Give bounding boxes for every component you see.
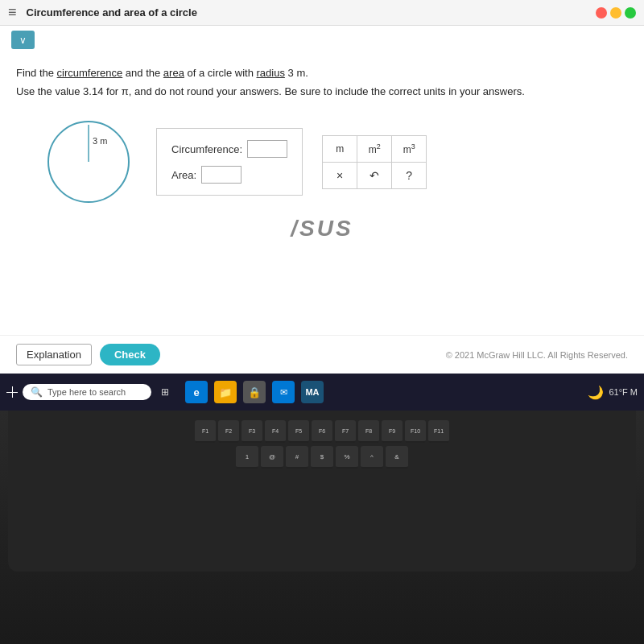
explanation-button[interactable]: Explanation [16, 344, 92, 365]
minimize-button[interactable] [610, 7, 621, 19]
circle-svg: 3 m [40, 114, 137, 210]
area-underline: area [163, 67, 184, 79]
weather-icon: 🌙 [588, 385, 604, 400]
key-f4[interactable]: F4 [265, 420, 286, 443]
circumference-label: Circumference: [171, 143, 242, 155]
units-bottom-row: × ↶ ? [323, 163, 426, 188]
circumference-row: Circumference: [171, 140, 287, 158]
task-view-icon[interactable]: ⊞ [156, 383, 174, 401]
mail-icon[interactable]: ✉ [272, 381, 295, 403]
file-explorer-icon[interactable]: 📁 [214, 381, 237, 403]
problem-line2: Use the value 3.14 for π, and do not rou… [16, 85, 628, 97]
radius-underline: radius [257, 67, 285, 79]
key-1[interactable]: 1 [236, 446, 258, 469]
circumference-underline: circumference [57, 67, 123, 79]
dropdown-bar: ∨ [0, 26, 644, 54]
check-button[interactable]: Check [100, 344, 160, 365]
weather-text: 61°F M [609, 387, 638, 397]
key-dollar[interactable]: $ [311, 446, 333, 469]
edge-icon[interactable]: e [185, 381, 208, 403]
footer-area: Explanation Check © 2021 McGraw Hill LLC… [0, 335, 644, 374]
undo-button[interactable]: ↶ [357, 163, 392, 188]
key-f10[interactable]: F10 [405, 420, 426, 443]
area-input[interactable] [201, 166, 242, 184]
key-percent[interactable]: % [336, 446, 358, 469]
key-hash[interactable]: # [286, 446, 308, 469]
key-f1[interactable]: F1 [195, 420, 216, 443]
help-button[interactable]: ? [392, 163, 426, 188]
key-f8[interactable]: F8 [358, 420, 379, 443]
app-window: ≡ Circumference and area of a circle ∨ F… [0, 0, 644, 411]
svg-text:3 m: 3 m [93, 136, 107, 146]
close-button[interactable] [596, 7, 607, 19]
maximize-button[interactable] [625, 7, 636, 19]
dropdown-button[interactable]: ∨ [11, 31, 35, 49]
key-f9[interactable]: F9 [382, 420, 402, 443]
number-key-row: 1 @ # $ % ^ & [14, 446, 630, 469]
page-title: Circumference and area of a circle [27, 6, 596, 19]
taskbar: 🔍 Type here to search ⊞ e 📁 🔒 ✉ MA 🌙 61°… [0, 374, 644, 411]
window-controls [596, 7, 636, 19]
problem-line1: Find the circumference and the area of a… [16, 67, 628, 79]
key-at[interactable]: @ [261, 446, 283, 469]
key-f7[interactable]: F7 [335, 420, 356, 443]
search-input[interactable]: Type here to search [47, 387, 126, 397]
content-area: Find the circumference and the area of a… [0, 54, 644, 223]
area-row: Area: [171, 166, 287, 184]
taskbar-apps: e 📁 🔒 ✉ MA [185, 381, 324, 403]
key-f11[interactable]: F11 [428, 420, 449, 443]
taskbar-right: 🌙 61°F M [588, 385, 638, 400]
hamburger-icon[interactable]: ≡ [8, 4, 17, 21]
search-bar: 🔍 Type here to search [23, 384, 151, 400]
laptop-frame: /SUS F1 F2 F3 F4 F5 F6 F7 F8 F9 F10 F11 … [0, 411, 644, 644]
copyright-text: © 2021 McGraw Hill LLC. All Rights Reser… [446, 350, 628, 360]
input-panel: Circumference: Area: [156, 128, 303, 196]
unit-m2-button[interactable]: m2 [357, 136, 392, 162]
of-text: of a circle with [188, 67, 257, 79]
key-f5[interactable]: F5 [288, 420, 309, 443]
unit-m3-button[interactable]: m3 [392, 136, 426, 162]
key-f2[interactable]: F2 [218, 420, 239, 443]
end-text: 3 m. [288, 67, 308, 79]
footer-left: Explanation Check [16, 344, 160, 365]
units-top-row: m m2 m3 [323, 136, 426, 163]
cross-button[interactable]: × [323, 163, 357, 188]
units-panel: m m2 m3 × ↶ ? [322, 135, 427, 189]
search-icon: 🔍 [31, 386, 43, 398]
keyboard: F1 F2 F3 F4 F5 F6 F7 F8 F9 F10 F11 1 @ #… [8, 411, 636, 572]
top-bar: ≡ Circumference and area of a circle [0, 0, 644, 26]
start-button[interactable] [6, 386, 18, 398]
area-label: Area: [171, 169, 196, 181]
key-f6[interactable]: F6 [312, 420, 332, 443]
unit-m-button[interactable]: m [323, 136, 357, 162]
ma-app-icon[interactable]: MA [301, 381, 324, 403]
key-ampersand[interactable]: & [386, 446, 408, 469]
chevron-down-icon: ∨ [19, 35, 27, 46]
brand-logo: /SUS [291, 216, 353, 242]
circle-diagram: 3 m [40, 114, 137, 210]
problem-interactive: 3 m Circumference: Area: m m2 [40, 114, 628, 210]
key-f3[interactable]: F3 [242, 420, 262, 443]
function-key-row: F1 F2 F3 F4 F5 F6 F7 F8 F9 F10 F11 [14, 420, 630, 443]
and-text: and the [126, 67, 163, 79]
lock-icon[interactable]: 🔒 [243, 381, 266, 403]
find-text: Find the [16, 67, 57, 79]
key-caret[interactable]: ^ [361, 446, 383, 469]
circumference-input[interactable] [247, 140, 287, 158]
